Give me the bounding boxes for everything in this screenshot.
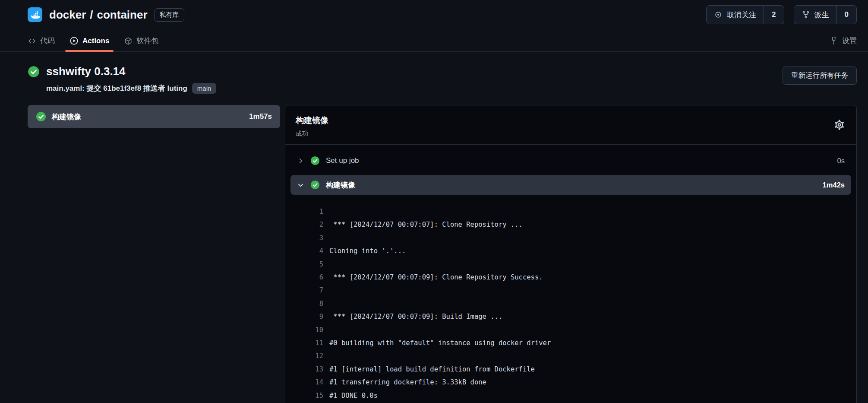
chevron-right-icon bbox=[297, 157, 304, 165]
eye-icon bbox=[714, 10, 723, 19]
repo-tabs: 代码 Actions 软件包 设置 bbox=[0, 30, 868, 52]
log-line-text: *** [2024/12/07 00:07:07]: Clone Reposit… bbox=[329, 218, 523, 231]
tab-code-label: 代码 bbox=[40, 36, 55, 46]
log-line-text: Cloning into '.'... bbox=[329, 244, 406, 257]
step-name: 构建镜像 bbox=[326, 180, 355, 190]
run-commit-info[interactable]: main.yaml: 提交 61be1f3ef8 推送者 luting bbox=[46, 83, 187, 93]
log-line-number[interactable]: 2 bbox=[285, 218, 329, 231]
tab-packages[interactable]: 软件包 bbox=[124, 30, 158, 51]
log-line-number[interactable]: 6 bbox=[285, 271, 329, 284]
watch-count[interactable]: 2 bbox=[764, 6, 783, 24]
log-line: 3 bbox=[285, 232, 856, 244]
log-line: 6 *** [2024/12/07 00:07:09]: Clone Repos… bbox=[285, 271, 856, 284]
log-line-text: *** [2024/12/07 00:07:09]: Clone Reposit… bbox=[329, 271, 543, 284]
repo-avatar[interactable] bbox=[28, 7, 42, 22]
docker-logo-icon bbox=[30, 10, 40, 20]
step-success-icon bbox=[310, 156, 320, 165]
unwatch-button[interactable]: 取消关注 2 bbox=[706, 5, 784, 24]
top-bar: docker / container 私有库 取消关注 2 bbox=[0, 0, 868, 24]
log-line: 14 #1 transferring dockerfile: 3.33kB do… bbox=[285, 376, 856, 389]
log-lines: 1 2 *** [2024/12/07 00:07:07]: Clone Rep… bbox=[285, 199, 856, 403]
code-icon bbox=[28, 37, 36, 45]
log-line: 1 bbox=[285, 205, 856, 218]
step-name: Set up job bbox=[326, 156, 359, 165]
log-line: 4 Cloning into '.'... bbox=[285, 244, 856, 257]
job-item-build-image[interactable]: 构建镜像 1m57s bbox=[28, 105, 280, 128]
log-line-text: #1 transferring dockerfile: 3.33kB done bbox=[329, 376, 486, 389]
log-line: 7 bbox=[285, 284, 856, 297]
log-line-number[interactable]: 5 bbox=[285, 258, 329, 271]
step-duration: 1m42s bbox=[823, 181, 845, 189]
job-success-icon bbox=[36, 111, 46, 122]
step-duration: 0s bbox=[837, 157, 845, 165]
fork-button[interactable]: 派生 0 bbox=[794, 5, 857, 24]
package-icon bbox=[124, 37, 133, 45]
log-line-number[interactable]: 11 bbox=[285, 336, 329, 349]
repo-title: docker / container bbox=[49, 8, 148, 22]
job-name: 构建镜像 bbox=[52, 112, 81, 122]
log-line-number[interactable]: 14 bbox=[285, 376, 329, 389]
repo-owner-link[interactable]: docker bbox=[49, 8, 86, 22]
tab-settings-label: 设置 bbox=[842, 36, 857, 46]
log-line-number[interactable]: 12 bbox=[285, 349, 329, 362]
log-line-number[interactable]: 10 bbox=[285, 324, 329, 336]
run-subtitle: main.yaml: 提交 61be1f3ef8 推送者 luting main bbox=[46, 83, 216, 94]
tab-actions[interactable]: Actions bbox=[69, 30, 109, 51]
log-line-number[interactable]: 7 bbox=[285, 284, 329, 297]
run-header: sshwifty 0.3.14 main.yaml: 提交 61be1f3ef8… bbox=[0, 52, 868, 102]
log-line: 10 bbox=[285, 324, 856, 336]
step-setup-job[interactable]: Set up job 0s bbox=[290, 151, 851, 171]
log-line-text: #1 [internal] load build definition from… bbox=[329, 363, 535, 376]
job-panel-title: 构建镜像 bbox=[296, 115, 846, 126]
log-line: 5 bbox=[285, 258, 856, 271]
log-line-text: *** [2024/12/07 00:07:09]: Build Image .… bbox=[329, 310, 502, 323]
visibility-badge: 私有库 bbox=[155, 8, 184, 22]
log-line: 11 #0 building with "default" instance u… bbox=[285, 336, 856, 349]
tab-settings[interactable]: 设置 bbox=[830, 30, 857, 51]
log-line-number[interactable]: 9 bbox=[285, 310, 329, 323]
log-line: 12 bbox=[285, 349, 856, 362]
tab-actions-label: Actions bbox=[82, 37, 109, 45]
log-line-number[interactable]: 1 bbox=[285, 205, 329, 218]
step-success-icon bbox=[310, 180, 320, 190]
run-meta: sshwifty 0.3.14 main.yaml: 提交 61be1f3ef8… bbox=[46, 65, 216, 94]
branch-badge[interactable]: main bbox=[192, 83, 217, 94]
chevron-down-icon bbox=[297, 181, 304, 189]
fork-label: 派生 bbox=[814, 10, 829, 20]
repo-separator: / bbox=[90, 8, 93, 22]
tab-packages-label: 软件包 bbox=[136, 36, 158, 46]
log-line-number[interactable]: 4 bbox=[285, 244, 329, 257]
job-panel-status: 成功 bbox=[296, 130, 846, 138]
unwatch-label: 取消关注 bbox=[727, 10, 756, 20]
steps-list: Set up job 0s 构建镜像 1m42s bbox=[285, 145, 856, 195]
rerun-all-jobs-button[interactable]: 重新运行所有任务 bbox=[783, 67, 857, 85]
repo-name-link[interactable]: container bbox=[97, 8, 148, 22]
log-line-text: #1 DONE 0.0s bbox=[329, 389, 378, 402]
log-line: 9 *** [2024/12/07 00:07:09]: Build Image… bbox=[285, 310, 856, 323]
log-line-number[interactable]: 3 bbox=[285, 232, 329, 244]
run-success-icon bbox=[28, 66, 40, 78]
fork-icon bbox=[802, 10, 810, 19]
job-panel: 构建镜像 成功 bbox=[285, 105, 857, 403]
fork-count[interactable]: 0 bbox=[836, 6, 856, 24]
play-circle-icon bbox=[69, 36, 79, 45]
jobs-sidebar: 构建镜像 1m57s bbox=[28, 105, 280, 128]
gear-icon[interactable] bbox=[832, 117, 847, 133]
run-title: sshwifty 0.3.14 bbox=[46, 65, 216, 78]
log-line: 8 bbox=[285, 297, 856, 310]
log-line-text: #0 building with "default" instance usin… bbox=[329, 336, 551, 349]
repo-action-buttons: 取消关注 2 派生 0 bbox=[706, 5, 857, 24]
job-panel-header: 构建镜像 成功 bbox=[285, 105, 856, 145]
log-line-number[interactable]: 13 bbox=[285, 363, 329, 376]
log-line: 13 #1 [internal] load build definition f… bbox=[285, 363, 856, 376]
wrench-icon bbox=[830, 37, 838, 45]
log-line: 15 #1 DONE 0.0s bbox=[285, 389, 856, 402]
log-line-number[interactable]: 15 bbox=[285, 389, 329, 402]
job-duration: 1m57s bbox=[249, 112, 272, 121]
log-line: 2 *** [2024/12/07 00:07:07]: Clone Repos… bbox=[285, 218, 856, 231]
tab-code[interactable]: 代码 bbox=[28, 30, 55, 51]
run-content: 构建镜像 1m57s 构建镜像 成功 bbox=[0, 102, 868, 403]
step-build-image[interactable]: 构建镜像 1m42s bbox=[290, 175, 851, 195]
log-line-number[interactable]: 8 bbox=[285, 297, 329, 310]
